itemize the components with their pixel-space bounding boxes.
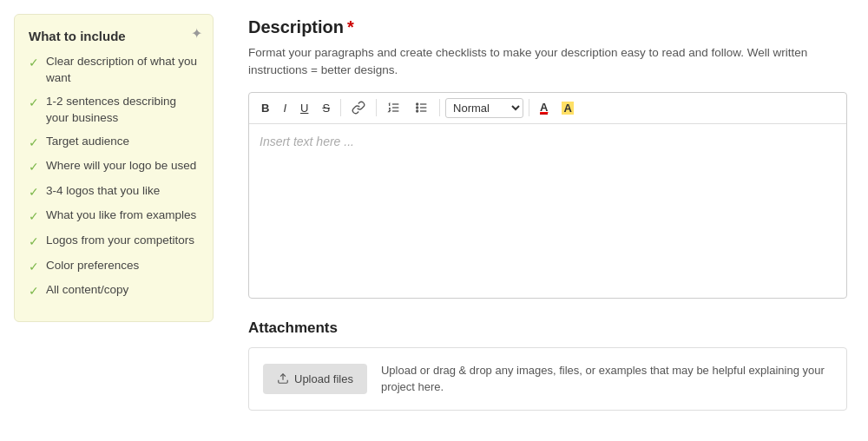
- check-icon-4: ✓: [29, 159, 39, 176]
- checklist-item-8: ✓ Color preferences: [29, 258, 199, 276]
- editor-container: B I U S: [248, 92, 847, 299]
- highlight-icon: A: [562, 102, 573, 115]
- upload-button[interactable]: Upload files: [263, 364, 367, 394]
- check-icon-6: ✓: [29, 208, 39, 226]
- checklist-item-label-4: Where will your logo be used: [46, 158, 196, 174]
- section-title: Description *: [248, 17, 847, 37]
- checklist-item-label-3: Target audience: [46, 134, 129, 150]
- what-to-include-card: ✦ What to include ✓ Clear description of…: [14, 14, 214, 322]
- toolbar-divider-1: [340, 99, 341, 116]
- highlight-button[interactable]: A: [556, 99, 578, 117]
- ordered-list-button[interactable]: [382, 98, 406, 117]
- italic-button[interactable]: I: [278, 99, 292, 117]
- toolbar-divider-4: [529, 99, 529, 116]
- checklist-item-label-8: Color preferences: [46, 258, 139, 274]
- checklist-item-label-2: 1-2 sentences describing your business: [46, 94, 199, 127]
- main-content: Description * Format your paragraphs and…: [227, 0, 868, 441]
- attachments-title: Attachments: [248, 319, 847, 337]
- format-select[interactable]: Normal Heading 1 Heading 2 Heading 3: [445, 98, 523, 118]
- checklist-item-label-7: Logos from your competitors: [46, 233, 194, 249]
- check-icon-3: ✓: [29, 135, 39, 152]
- checklist-item-label-6: What you like from examples: [46, 207, 196, 224]
- section-title-text: Description: [248, 17, 344, 37]
- svg-point-8: [417, 110, 418, 112]
- check-icon-2: ✓: [29, 95, 39, 112]
- checklist-item-5: ✓ 3-4 logos that you like: [29, 183, 199, 201]
- attachments-box: Upload files Upload or drag & drop any i…: [248, 347, 847, 411]
- checklist: ✓ Clear description of what you want ✓ 1…: [29, 54, 199, 300]
- editor-placeholder: Insert text here ...: [260, 135, 354, 148]
- checklist-item-6: ✓ What you like from examples: [29, 207, 199, 226]
- bold-button[interactable]: B: [256, 99, 274, 117]
- checklist-item-label-1: Clear description of what you want: [46, 54, 199, 87]
- attachments-section: Attachments Upload files Upload or drag …: [248, 319, 847, 411]
- check-icon-5: ✓: [29, 184, 39, 201]
- link-button[interactable]: [346, 98, 371, 117]
- upload-description: Upload or drag & drop any images, files,…: [381, 362, 832, 396]
- card-title: What to include: [29, 29, 199, 43]
- checklist-item-7: ✓ Logos from your competitors: [29, 233, 199, 251]
- checklist-item-label-5: 3-4 logos that you like: [46, 183, 160, 200]
- section-subtitle: Format your paragraphs and create checkl…: [248, 44, 847, 80]
- underline-button[interactable]: U: [295, 99, 313, 117]
- checklist-item-1: ✓ Clear description of what you want: [29, 54, 199, 87]
- editor-toolbar: B I U S: [249, 93, 846, 124]
- font-color-icon: A: [540, 102, 548, 115]
- drag-handle-icon[interactable]: ✦: [191, 25, 202, 42]
- strikethrough-button[interactable]: S: [317, 99, 335, 117]
- sidebar: ✦ What to include ✓ Clear description of…: [0, 0, 227, 441]
- required-star: *: [347, 17, 354, 37]
- checklist-item-2: ✓ 1-2 sentences describing your business: [29, 94, 199, 127]
- check-icon-7: ✓: [29, 234, 39, 251]
- toolbar-divider-3: [439, 99, 440, 116]
- upload-button-label: Upload files: [294, 372, 353, 385]
- check-icon-9: ✓: [29, 283, 39, 300]
- editor-body[interactable]: Insert text here ...: [249, 124, 846, 298]
- checklist-item-4: ✓ Where will your logo be used: [29, 158, 199, 176]
- upload-icon: [277, 372, 289, 385]
- svg-point-7: [417, 107, 418, 109]
- toolbar-divider-2: [376, 99, 377, 116]
- checklist-item-3: ✓ Target audience: [29, 134, 199, 152]
- svg-point-6: [417, 103, 418, 105]
- font-color-button[interactable]: A: [535, 99, 553, 117]
- check-icon-1: ✓: [29, 55, 39, 72]
- checklist-item-9: ✓ All content/copy: [29, 282, 199, 300]
- unordered-list-button[interactable]: [410, 98, 434, 117]
- check-icon-8: ✓: [29, 259, 39, 276]
- checklist-item-label-9: All content/copy: [46, 282, 128, 299]
